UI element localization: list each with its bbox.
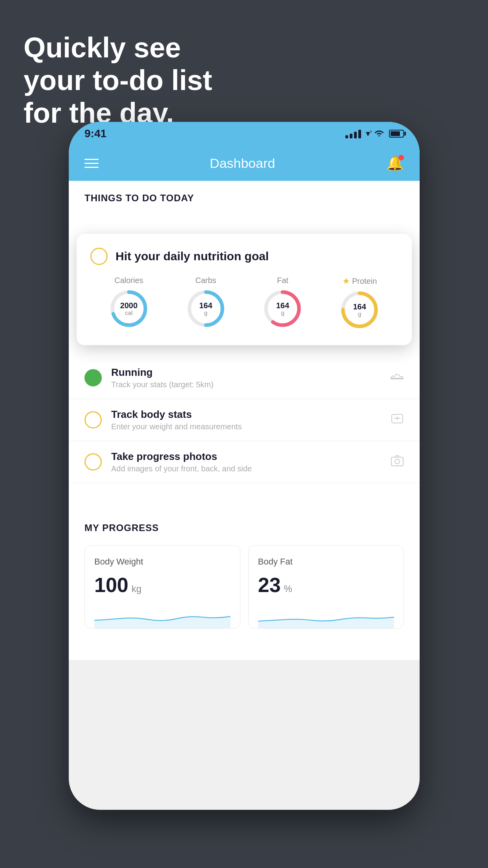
protein-value: 164 [353, 302, 366, 311]
progress-section: MY PROGRESS Body Weight 100 kg [69, 507, 420, 629]
todo-title: Take progress photos [111, 451, 381, 463]
list-item[interactable]: Track body stats Enter your weight and m… [69, 399, 420, 441]
carbs-center: 164 g [199, 301, 212, 316]
body-fat-title: Body Fat [258, 557, 394, 567]
body-fat-card[interactable]: Body Fat 23 % [248, 545, 404, 629]
body-fat-unit: % [284, 583, 292, 594]
status-bar: 9:41 ▾’ [69, 122, 420, 145]
bottom-padding [69, 629, 420, 660]
wifi-icon: ▾’ [366, 129, 384, 139]
stat-col-carbs: Carbs 164 g [186, 276, 226, 328]
todo-text-photos: Take progress photos Add images of your … [111, 451, 381, 473]
todo-text-running: Running Track your stats (target: 5km) [111, 366, 380, 389]
calories-value: 2000 [120, 301, 138, 310]
fat-center: 164 g [276, 301, 289, 316]
headline-line2: your to-do list [24, 64, 212, 97]
todo-checkbox-incomplete[interactable] [84, 411, 102, 428]
calories-unit: cal [120, 310, 138, 316]
todo-title: Track body stats [111, 408, 381, 421]
stat-col-calories: Calories 2000 cal [109, 276, 149, 328]
progress-title: MY PROGRESS [84, 522, 404, 533]
app-header: Dashboard 🔔 [69, 145, 420, 181]
list-item[interactable]: Running Track your stats (target: 5km) [69, 357, 420, 399]
svg-rect-1 [391, 457, 403, 466]
svg-point-2 [395, 459, 400, 464]
headline: Quickly see your to-do list for the day. [24, 31, 212, 129]
notification-bell-button[interactable]: 🔔 [386, 155, 404, 171]
fat-label: Fat [277, 276, 288, 285]
todo-checkbox-photos[interactable] [84, 453, 102, 471]
phone-content: THINGS TO DO TODAY Running Track your st… [69, 181, 420, 660]
calories-donut: 2000 cal [109, 289, 149, 328]
carbs-label: Carbs [195, 276, 216, 285]
body-weight-title: Body Weight [94, 557, 231, 567]
body-weight-value: 100 [94, 573, 128, 597]
hamburger-button[interactable] [84, 159, 99, 168]
nutrition-stats: Calories 2000 cal Carbs [90, 276, 398, 329]
todo-checkbox-complete[interactable] [84, 369, 102, 386]
carbs-unit: g [199, 310, 212, 316]
calories-label: Calories [114, 276, 143, 285]
body-weight-sparkline [94, 605, 231, 628]
nutrition-checkbox[interactable] [90, 248, 108, 265]
protein-donut: 164 g [340, 290, 379, 329]
todo-subtitle: Add images of your front, back, and side [111, 464, 381, 473]
todo-subtitle: Enter your weight and measurements [111, 422, 381, 431]
protein-star-icon: ★ [342, 276, 350, 286]
carbs-donut: 164 g [186, 289, 226, 328]
fat-donut: 164 g [263, 289, 302, 328]
status-icons: ▾’ [345, 129, 404, 139]
nutrition-task-row: Hit your daily nutrition goal [90, 248, 398, 265]
body-weight-unit: kg [132, 583, 141, 594]
body-weight-card[interactable]: Body Weight 100 kg [84, 545, 240, 629]
scale-icon [391, 412, 404, 428]
stat-col-protein: ★ Protein 164 g [340, 276, 379, 329]
battery-icon [389, 130, 404, 138]
protein-unit: g [353, 311, 366, 318]
carbs-value: 164 [199, 301, 212, 310]
todo-title: Running [111, 366, 380, 379]
shoe-icon [390, 371, 404, 385]
todo-text-body-stats: Track body stats Enter your weight and m… [111, 408, 381, 431]
calories-center: 2000 cal [120, 301, 138, 316]
fat-value: 164 [276, 301, 289, 310]
nutrition-task-title: Hit your daily nutrition goal [116, 250, 269, 263]
fat-unit: g [276, 310, 289, 316]
body-weight-value-row: 100 kg [94, 573, 231, 597]
stat-col-fat: Fat 164 g [263, 276, 302, 328]
body-fat-value-row: 23 % [258, 573, 394, 597]
list-item[interactable]: Take progress photos Add images of your … [69, 441, 420, 483]
floating-nutrition-card: Hit your daily nutrition goal Calories 2… [77, 234, 412, 345]
body-fat-value: 23 [258, 573, 281, 597]
protein-center: 164 g [353, 302, 366, 318]
notification-dot [398, 155, 404, 160]
things-to-do-header: THINGS TO DO TODAY [69, 181, 420, 211]
progress-cards: Body Weight 100 kg Body Fat [84, 545, 404, 629]
todo-subtitle: Track your stats (target: 5km) [111, 380, 380, 389]
headline-line1: Quickly see [24, 31, 212, 64]
body-fat-sparkline [258, 605, 394, 628]
signal-icon [345, 129, 361, 138]
photo-icon [391, 455, 404, 469]
protein-label-row: ★ Protein [342, 276, 377, 286]
phone-mockup: 9:41 ▾’ Dashboard 🔔 THINGS TO DO TODAY [69, 122, 420, 810]
protein-label: Protein [352, 277, 377, 286]
status-time: 9:41 [84, 127, 106, 140]
header-title: Dashboard [210, 156, 275, 171]
